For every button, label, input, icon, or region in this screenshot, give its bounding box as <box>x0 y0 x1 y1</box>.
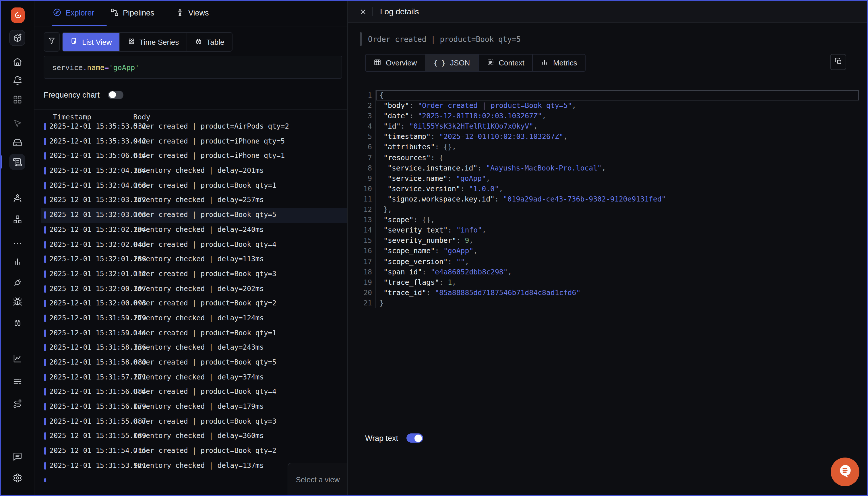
frequency-chart-toggle[interactable] <box>108 90 123 99</box>
package-plus-icon <box>12 33 22 43</box>
wrap-text-toggle[interactable] <box>406 433 423 443</box>
log-row[interactable]: 2025-12-01 15:32:02.294Inventory checked… <box>41 223 347 237</box>
log-row[interactable]: 2025-12-01 15:32:04.168Order created | p… <box>41 179 347 193</box>
explorer-topnav: Explorer Pipelines Views <box>34 0 347 27</box>
log-row[interactable]: 2025-12-01 15:32:01.112Order created | p… <box>41 267 347 282</box>
json-code-viewer[interactable]: 1{2"body": "Order created | product=Book… <box>348 90 859 308</box>
boxes-icon <box>12 214 22 224</box>
list-view-button[interactable]: List View <box>63 33 120 51</box>
log-row[interactable]: 2025-12-01 15:35:06.614Order created | p… <box>41 149 347 164</box>
sidebar-item-dashboards[interactable] <box>9 91 25 107</box>
tower-icon <box>176 8 184 18</box>
sidebar-item-alerts[interactable] <box>9 72 25 89</box>
route-icon <box>12 399 22 408</box>
close-icon[interactable] <box>356 4 370 18</box>
log-row[interactable]: 2025-12-01 15:31:56.079Inventory checked… <box>41 400 347 414</box>
line-content: "signoz.workspace.key.id": "019a29ad-ce4… <box>375 194 859 204</box>
bell-dot-icon <box>12 76 22 85</box>
log-timestamp: 2025-12-01 15:32:02.294 <box>49 226 146 234</box>
log-row[interactable]: 2025-12-01 15:31:57.271Inventory checked… <box>41 370 347 385</box>
scroll-text-icon <box>12 157 22 167</box>
view-switcher: List View Time Series Table <box>62 32 232 52</box>
support-chat-fab[interactable] <box>831 458 859 486</box>
log-row[interactable]: 2025-12-01 15:32:01.238Inventory checked… <box>41 252 347 267</box>
line-number: 7 <box>348 152 375 163</box>
log-row[interactable]: 2025-12-01 15:32:02.043Order created | p… <box>41 237 347 252</box>
log-body: Inventory checked | delay=124ms <box>133 314 264 322</box>
tab-context[interactable]: Context <box>479 55 533 71</box>
query-input[interactable]: service.name = 'goApp' <box>44 56 342 79</box>
sidebar <box>0 0 34 496</box>
log-row[interactable]: 2025-12-01 15:31:55.089Inventory checked… <box>41 429 347 444</box>
line-number: 18 <box>348 267 375 277</box>
tab-explorer[interactable]: Explorer <box>53 0 94 26</box>
time-series-button[interactable]: Time Series <box>120 33 187 51</box>
table-view-button[interactable]: Table <box>187 33 232 51</box>
log-row[interactable]: 2025-12-01 15:31:58.336Inventory checked… <box>41 341 347 355</box>
sidebar-item-metrics[interactable] <box>9 253 25 269</box>
severity-tick <box>44 197 46 204</box>
log-body: Order created | product=Book qty=2 <box>133 299 276 307</box>
line-number: 13 <box>348 215 375 225</box>
log-row[interactable]: 2025-12-01 15:31:58.080Order created | p… <box>41 355 347 370</box>
logs-explorer-pane: Explorer Pipelines Views <box>34 0 347 496</box>
sidebar-item-more[interactable] <box>9 235 25 251</box>
log-timestamp: 2025-12-01 15:32:00.093 <box>49 299 146 307</box>
json-line-1: 1{ <box>348 90 859 100</box>
filter-button[interactable] <box>44 32 60 52</box>
tab-views[interactable]: Views <box>176 0 209 26</box>
log-row[interactable]: 2025-12-01 15:31:54.715Order created | p… <box>41 444 347 459</box>
sidebar-item-exceptions[interactable] <box>9 293 25 309</box>
log-timestamp: 2025-12-01 15:32:00.307 <box>49 284 146 293</box>
log-row[interactable]: 2025-12-01 15:32:03.372Inventory checked… <box>41 193 347 208</box>
log-row[interactable]: 2025-12-01 15:31:59.279Inventory checked… <box>41 311 347 326</box>
signoz-logo-icon[interactable] <box>11 7 25 23</box>
tab-metrics[interactable]: Metrics <box>533 55 585 71</box>
sidebar-item-modules[interactable] <box>9 211 25 227</box>
log-row[interactable]: 2025-12-01 15:31:59.144Order created | p… <box>41 326 347 340</box>
sidebar-item-settings[interactable] <box>9 469 25 486</box>
log-row[interactable]: 2025-12-01 15:31:55.887Order created | p… <box>41 415 347 429</box>
select-view-popup[interactable]: Select a view <box>288 463 347 496</box>
sidebar-item-usage[interactable] <box>9 350 25 366</box>
log-row[interactable]: 2025-12-01 15:35:53.532Order created | p… <box>41 120 347 134</box>
copy-button[interactable] <box>830 54 846 70</box>
json-line-16: 16"scope_name": "goApp", <box>348 246 859 256</box>
severity-tick <box>44 182 46 189</box>
sidebar-item-events[interactable] <box>9 115 25 131</box>
line-content: "service.instance.id": "Aayushs-MacBook-… <box>375 163 859 173</box>
line-content: "service.name": "goApp", <box>375 173 859 184</box>
log-body: Inventory checked | delay=243ms <box>133 344 264 352</box>
log-row[interactable]: 2025-12-01 15:32:00.307Inventory checked… <box>41 282 347 296</box>
sidebar-item-home[interactable] <box>9 53 25 69</box>
severity-tick <box>44 285 46 293</box>
log-row[interactable]: 2025-12-01 15:32:00.093Order created | p… <box>41 296 347 311</box>
sidebar-item-billing[interactable] <box>9 373 25 389</box>
log-timestamp: 2025-12-01 15:31:58.080 <box>49 358 146 366</box>
log-body: Order created | product=iPhone qty=1 <box>133 152 285 160</box>
gear-icon <box>12 473 22 482</box>
severity-tick <box>44 300 46 307</box>
tab-pipelines[interactable]: Pipelines <box>110 0 154 26</box>
sidebar-item-traces[interactable] <box>9 190 25 206</box>
tab-overview[interactable]: Overview <box>366 55 425 71</box>
log-row-selected[interactable]: 2025-12-01 15:32:03.103Order created | p… <box>41 208 347 222</box>
tab-json[interactable]: { } JSON <box>425 55 479 71</box>
sidebar-item-get-started[interactable] <box>9 30 25 46</box>
sidebar-item-support-chat[interactable] <box>9 448 25 464</box>
log-row[interactable]: 2025-12-01 15:35:33.942Order created | p… <box>41 134 347 149</box>
sidebar-item-logs[interactable] <box>9 154 25 170</box>
line-content: "trace_id": "85a88885dd7187546b71d84c8ad… <box>375 288 859 298</box>
sidebar-item-explorer[interactable] <box>9 314 25 331</box>
json-line-19: 19"trace_flags": 1, <box>348 277 859 287</box>
line-content: "body": "Order created | product=Book qt… <box>375 100 859 111</box>
sidebar-item-integrations[interactable] <box>9 275 25 291</box>
log-row[interactable]: 2025-12-01 15:32:04.384Inventory checked… <box>41 164 347 178</box>
sidebar-item-service-map[interactable] <box>9 396 25 412</box>
sidebar-item-infrastructure[interactable] <box>9 134 25 151</box>
compass-icon <box>53 8 61 18</box>
log-timestamp: 2025-12-01 15:31:55.887 <box>49 417 146 425</box>
log-body: Order created | product=iPhone qty=5 <box>133 137 285 145</box>
chat-bubble-icon <box>837 463 853 480</box>
log-row[interactable]: 2025-12-01 15:31:56.884Order created | p… <box>41 385 347 400</box>
